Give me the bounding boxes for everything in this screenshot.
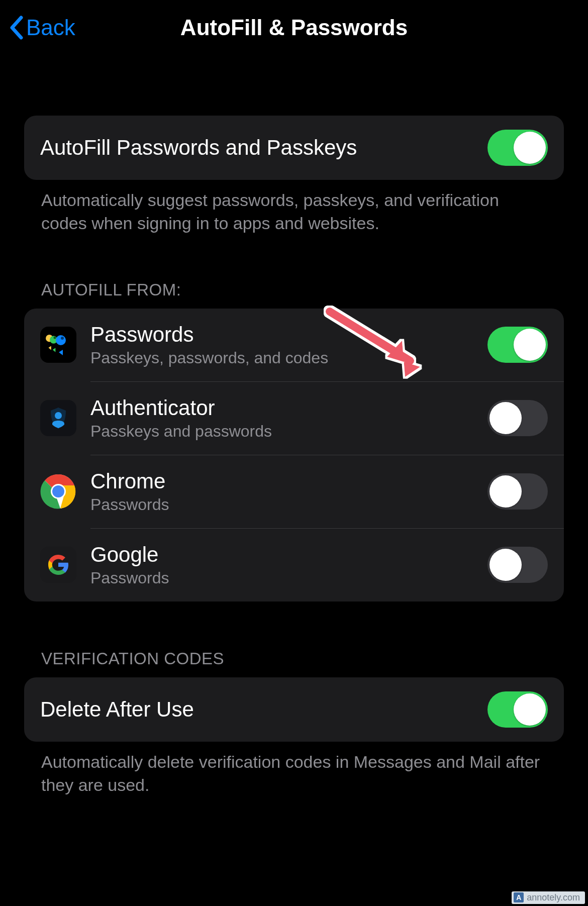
keys-icon: [40, 327, 76, 363]
provider-title: Passwords: [90, 323, 328, 347]
svg-point-1: [54, 337, 56, 339]
autofill-master-card: AutoFill Passwords and Passkeys: [24, 116, 564, 180]
provider-title: Authenticator: [90, 396, 272, 420]
provider-toggle-google[interactable]: [487, 547, 548, 583]
delete-after-use-card: Delete After Use: [24, 677, 564, 742]
provider-toggle-passwords[interactable]: [487, 327, 548, 363]
page-title: AutoFill & Passwords: [180, 15, 408, 40]
back-button[interactable]: Back: [9, 15, 75, 40]
delete-after-use-toggle[interactable]: [487, 691, 548, 728]
provider-subtitle: Passkeys, passwords, and codes: [90, 349, 328, 367]
provider-row-authenticator: Authenticator Passkeys and passwords: [24, 382, 564, 455]
provider-subtitle: Passkeys and passwords: [90, 422, 272, 441]
provider-title: Chrome: [90, 469, 169, 493]
svg-point-2: [55, 412, 62, 419]
provider-row-chrome: Chrome Passwords: [24, 455, 564, 528]
authenticator-icon: [40, 400, 76, 436]
chevron-left-icon: [9, 16, 23, 40]
watermark: annotely.com: [512, 891, 585, 904]
provider-toggle-chrome[interactable]: [487, 473, 548, 510]
svg-point-0: [61, 337, 64, 340]
provider-subtitle: Passwords: [90, 569, 169, 587]
back-label: Back: [26, 15, 75, 40]
autofill-from-header: AUTOFILL FROM:: [24, 280, 564, 309]
autofill-master-title: AutoFill Passwords and Passkeys: [40, 136, 357, 160]
delete-after-use-title: Delete After Use: [40, 697, 194, 722]
verification-codes-footer: Automatically delete verification codes …: [24, 742, 564, 797]
autofill-master-footer: Automatically suggest passwords, passkey…: [24, 180, 564, 235]
provider-row-google: Google Passwords: [24, 529, 564, 601]
chrome-icon: [40, 473, 76, 510]
provider-title: Google: [90, 543, 169, 567]
provider-toggle-authenticator[interactable]: [487, 400, 548, 436]
svg-point-5: [52, 485, 64, 497]
delete-after-use-row: Delete After Use: [24, 677, 564, 742]
verification-codes-header: VERIFICATION CODES: [24, 649, 564, 677]
nav-header: Back AutoFill & Passwords: [0, 0, 588, 55]
autofill-from-card: Passwords Passkeys, passwords, and codes: [24, 309, 564, 601]
autofill-master-toggle[interactable]: [487, 130, 548, 166]
google-icon: [40, 547, 76, 583]
autofill-master-row: AutoFill Passwords and Passkeys: [24, 116, 564, 180]
provider-subtitle: Passwords: [90, 495, 169, 514]
provider-row-passwords: Passwords Passkeys, passwords, and codes: [24, 309, 564, 381]
